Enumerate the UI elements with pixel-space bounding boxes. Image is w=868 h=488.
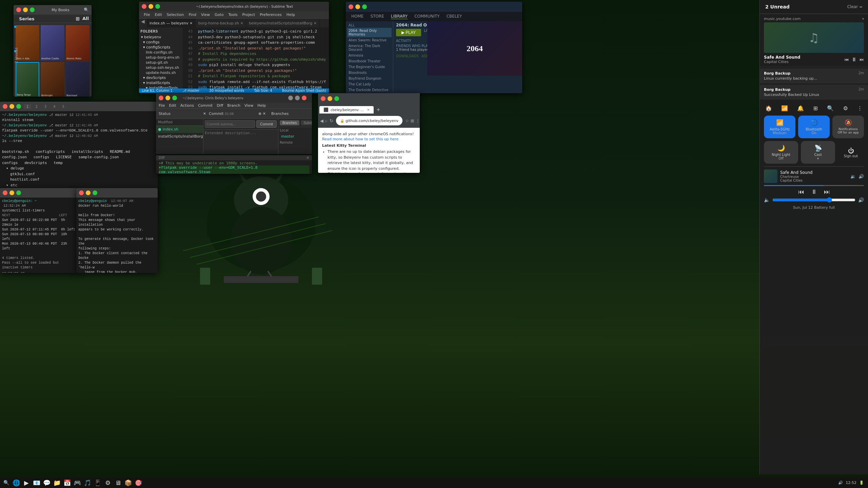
menu-view[interactable]: View [199,12,212,18]
window-controls[interactable] [79,190,97,195]
code-area[interactable]: python3-libtorrent python3-gi python3-gi… [195,27,329,88]
taskbar-phone[interactable]: 📱 [93,478,102,487]
apps-icon[interactable]: ⊞ [813,105,818,111]
taskbar-volume[interactable]: 🔊 [838,481,843,485]
commit-icon[interactable]: ⊕ [258,111,261,116]
taskbar-chrome[interactable]: 🌐 [12,478,21,487]
file-ssh-keys[interactable]: setup-ssh-keys.sh [140,65,181,70]
tab-5[interactable]: 5 [60,104,67,109]
sidebar-item[interactable]: Amnesia [347,53,392,58]
folder-installscripts[interactable]: ▾ installScripts [140,80,181,85]
play-pause-icon[interactable]: ⏸ [811,188,817,195]
tab-3[interactable]: 3 [42,104,49,109]
play-button[interactable]: ▶ PLAY [396,29,421,36]
notifications-tile[interactable]: 🔕 Notifications Off for an app [832,116,864,138]
minimize-button[interactable] [9,190,14,195]
maximize-button[interactable] [93,190,97,195]
book-item[interactable]: Bang Tango [16,62,39,97]
menu-preferences[interactable]: Preferences [258,12,284,18]
close-icon[interactable]: ✕ [190,21,192,25]
tab-index-sh[interactable]: index.sh — beleyenv ✕ [147,19,196,27]
new-tab-button[interactable]: + [374,105,383,114]
minimize-button[interactable] [288,96,293,100]
book-item[interactable]: Atomic Robo [66,25,90,61]
menu-commit[interactable]: Commit [198,103,213,108]
taskbar-music[interactable]: 🎵 [83,478,92,487]
signal-icon[interactable]: 🔔 [797,105,804,111]
taskbar-extra1[interactable]: 🖥 [113,478,123,487]
maximize-button[interactable] [16,190,21,195]
minimize-button[interactable] [149,4,153,9]
menu-edit[interactable]: Edit [169,103,176,108]
folder-configscripts[interactable]: ▾ configScripts [140,45,181,50]
close-button[interactable] [3,190,7,195]
branches-tab[interactable]: Branches [280,120,299,125]
nav-store[interactable]: STORE [370,14,384,19]
menu-file[interactable]: File [142,12,152,18]
address-bar[interactable]: 🔒 github.com/cbeley/beleyenv [336,116,402,125]
book-item[interactable]: Alex + Ada [16,25,39,61]
terminal3-content[interactable]: cbeley@penguin 12:46:07 AM docker run he… [76,198,158,273]
file-link-configs[interactable]: link-configs.sh [140,50,181,55]
unstaged-file[interactable]: installScripts/installBorgToo [156,133,203,140]
sidebar-item[interactable]: 2064: Read Only Memories [347,28,392,37]
menu-project[interactable]: Project [240,12,257,18]
close-button[interactable] [321,96,326,101]
window-controls[interactable] [349,4,367,9]
taskbar-gmail[interactable]: 📧 [32,478,41,487]
tab-2[interactable]: 2 [33,104,40,109]
taskbar-launcher[interactable]: 🔍 [1,478,11,487]
folder-devscripts[interactable]: ▾ devScripts [140,75,181,80]
window-controls[interactable] [142,4,160,9]
menu-tools[interactable]: Tools [226,12,239,18]
vol-up-icon[interactable]: 🔊 [859,174,864,179]
forward-icon[interactable]: ▶ [325,118,328,123]
night-light-tile[interactable]: 🌙 Night Light Off [764,141,798,164]
menu-view[interactable]: View [244,103,253,108]
file-update-hosts[interactable]: update-hosts.sh [140,70,181,75]
menu-diff[interactable]: Diff [217,103,223,108]
menu-find[interactable]: Find [186,12,198,18]
maximize-button[interactable] [155,4,160,9]
file-setup-git[interactable]: setup-git.sh [140,60,181,65]
menu-icon[interactable]: ⋮ [416,118,420,123]
books-view-controls[interactable]: ⊞ All [76,16,89,21]
menu-file[interactable]: File [159,103,165,108]
folder-beleyenv[interactable]: ▾ beleyenv [140,35,181,40]
home-icon[interactable]: 🏠 [765,105,772,111]
menu-help[interactable]: Help [284,12,297,18]
menu-branch[interactable]: Branch [227,103,240,108]
book-item[interactable]: Birthright [41,62,64,97]
nav-cbeley[interactable]: CBELEY [447,14,462,19]
search-icon[interactable]: 🔍 [84,7,89,12]
sidebar-item[interactable]: America: The Dark Descent [347,43,392,53]
maximize-button[interactable] [16,104,21,109]
all-label[interactable]: All [82,16,89,21]
close-button[interactable] [349,4,353,9]
taskbar-extra2[interactable]: 📦 [123,478,133,487]
sidebar-item[interactable]: Boyfriend Dungeon [347,76,392,81]
close-icon[interactable]: ✕ [240,21,243,25]
terminal2-content[interactable]: cbeley@penguin: ~ 12:52:24 AM systemctl … [0,198,78,273]
taskbar-settings[interactable]: ⚙️ [103,478,113,487]
commit-description-input[interactable] [203,129,278,149]
taskbar-calendar[interactable]: 📅 [62,478,72,487]
taskbar-youtube[interactable]: ▶ [22,478,31,487]
window-controls[interactable] [3,104,21,109]
star-icon[interactable]: ☆ [405,118,409,123]
nav-community[interactable]: COMMUNITY [414,14,440,19]
taskbar-extra3[interactable]: 🎯 [134,478,143,487]
minimize-button[interactable] [9,104,14,109]
close-icon[interactable]: ✕ [367,108,370,111]
submodules-tab[interactable]: Submodules [301,120,312,125]
play-pause-icon[interactable]: ⏸ [851,56,857,63]
window-controls[interactable] [3,190,21,195]
minimize-button[interactable] [23,7,28,12]
menu-actions[interactable]: Actions [180,103,194,108]
maximize-button[interactable] [362,4,367,9]
tab-4[interactable]: 4 [51,104,58,109]
search-icon[interactable]: 🔍 [827,105,834,111]
staged-file[interactable]: ● index.sh [156,126,203,133]
volume-slider[interactable] [772,197,855,203]
sidebar-item[interactable]: Alien Swarm: Reactive [347,37,392,43]
